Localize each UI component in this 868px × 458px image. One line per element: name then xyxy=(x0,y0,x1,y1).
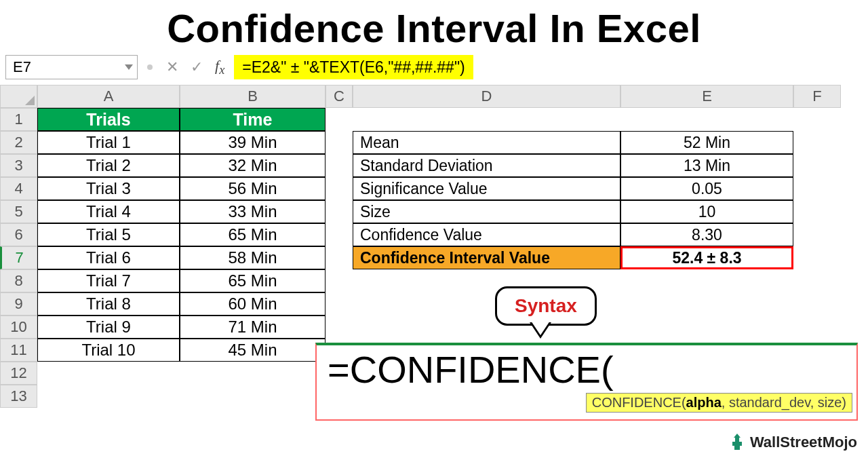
cell-d6[interactable]: Confidence Value xyxy=(353,223,620,246)
name-box[interactable]: E7 xyxy=(5,55,138,79)
row-header-7[interactable]: 7 xyxy=(0,246,37,269)
cell-e6[interactable]: 8.30 xyxy=(620,223,793,246)
cell-a13[interactable] xyxy=(37,385,180,408)
cell-c9[interactable] xyxy=(326,292,353,316)
cell-f6[interactable] xyxy=(793,223,841,246)
cell-e3[interactable]: 13 Min xyxy=(620,154,793,177)
cell-c10[interactable] xyxy=(326,316,353,339)
cell-e4[interactable]: 0.05 xyxy=(620,177,793,200)
row-header-2[interactable]: 2 xyxy=(0,131,37,154)
cell-e2[interactable]: 52 Min xyxy=(620,131,793,154)
cell-a8[interactable]: Trial 7 xyxy=(37,269,180,292)
row-header-6[interactable]: 6 xyxy=(0,223,37,246)
header-time[interactable]: Time xyxy=(180,108,326,131)
cell-b10[interactable]: 71 Min xyxy=(180,316,326,339)
col-header-c[interactable]: C xyxy=(326,85,353,108)
row-header-1[interactable]: 1 xyxy=(0,108,37,131)
cell-d1[interactable] xyxy=(353,108,620,131)
name-box-value: E7 xyxy=(13,58,31,76)
dropdown-icon[interactable] xyxy=(125,64,133,70)
cell-b12[interactable] xyxy=(180,362,326,385)
cell-d5[interactable]: Size xyxy=(353,200,620,223)
cell-e10[interactable] xyxy=(620,316,793,339)
cell-c1[interactable] xyxy=(326,108,353,131)
cell-a9[interactable]: Trial 8 xyxy=(37,292,180,316)
page-title: Confidence Interval In Excel xyxy=(0,0,868,54)
formula-overlay: =CONFIDENCE( CONFIDENCE(alpha, standard_… xyxy=(315,343,858,421)
cell-e1[interactable] xyxy=(620,108,793,131)
cell-c2[interactable] xyxy=(326,131,353,154)
row-header-10[interactable]: 10 xyxy=(0,316,37,339)
col-header-a[interactable]: A xyxy=(37,85,180,108)
row-header-13[interactable]: 13 xyxy=(0,385,37,408)
tooltip-param1: alpha xyxy=(686,395,722,410)
row-header-3[interactable]: 3 xyxy=(0,154,37,177)
formula-bar-icons: ✕ ✓ fx xyxy=(166,57,224,77)
brand-watermark: WallStreetMojo xyxy=(728,432,857,453)
cell-f2[interactable] xyxy=(793,131,841,154)
row-header-8[interactable]: 8 xyxy=(0,269,37,292)
cell-f5[interactable] xyxy=(793,200,841,223)
cell-a12[interactable] xyxy=(37,362,180,385)
cell-b2[interactable]: 39 Min xyxy=(180,131,326,154)
cell-b13[interactable] xyxy=(180,385,326,408)
cell-a2[interactable]: Trial 1 xyxy=(37,131,180,154)
cell-b8[interactable]: 65 Min xyxy=(180,269,326,292)
cell-b6[interactable]: 65 Min xyxy=(180,223,326,246)
col-header-d[interactable]: D xyxy=(353,85,620,108)
cell-b5[interactable]: 33 Min xyxy=(180,200,326,223)
cell-f8[interactable] xyxy=(793,269,841,292)
select-all-corner[interactable] xyxy=(0,85,37,108)
cell-c3[interactable] xyxy=(326,154,353,177)
cell-d7[interactable]: Confidence Interval Value xyxy=(353,246,620,269)
formula-overlay-text: =CONFIDENCE( xyxy=(317,345,856,393)
cell-f1[interactable] xyxy=(793,108,841,131)
row-header-5[interactable]: 5 xyxy=(0,200,37,223)
cell-c5[interactable] xyxy=(326,200,353,223)
brand-text: WallStreetMojo xyxy=(750,434,857,451)
brand-icon xyxy=(728,432,746,453)
cell-c7[interactable] xyxy=(326,246,353,269)
formula-input[interactable]: =E2&" ± "&TEXT(E6,"##,##.##") xyxy=(234,55,473,79)
cell-e9[interactable] xyxy=(620,292,793,316)
col-header-b[interactable]: B xyxy=(180,85,326,108)
cell-a4[interactable]: Trial 3 xyxy=(37,177,180,200)
cell-b3[interactable]: 32 Min xyxy=(180,154,326,177)
fx-icon[interactable]: fx xyxy=(215,57,224,77)
cell-b7[interactable]: 58 Min xyxy=(180,246,326,269)
cell-a11[interactable]: Trial 10 xyxy=(37,339,180,362)
row-header-4[interactable]: 4 xyxy=(0,177,37,200)
cell-a5[interactable]: Trial 4 xyxy=(37,200,180,223)
cell-e5[interactable]: 10 xyxy=(620,200,793,223)
cell-b4[interactable]: 56 Min xyxy=(180,177,326,200)
cell-e8[interactable] xyxy=(620,269,793,292)
syntax-callout: Syntax xyxy=(495,286,597,326)
cell-d3[interactable]: Standard Deviation xyxy=(353,154,620,177)
cell-f4[interactable] xyxy=(793,177,841,200)
col-header-e[interactable]: E xyxy=(620,85,793,108)
cancel-icon[interactable]: ✕ xyxy=(166,58,178,76)
enter-icon[interactable]: ✓ xyxy=(191,58,203,76)
cell-a3[interactable]: Trial 2 xyxy=(37,154,180,177)
cell-a7[interactable]: Trial 6 xyxy=(37,246,180,269)
cell-f9[interactable] xyxy=(793,292,841,316)
cell-e7[interactable]: 52.4 ± 8.3 xyxy=(620,246,793,269)
cell-a6[interactable]: Trial 5 xyxy=(37,223,180,246)
formula-bar: E7 ✕ ✓ fx =E2&" ± "&TEXT(E6,"##,##.##") xyxy=(0,54,868,81)
cell-c8[interactable] xyxy=(326,269,353,292)
cell-b9[interactable]: 60 Min xyxy=(180,292,326,316)
cell-f7[interactable] xyxy=(793,246,841,269)
cell-b11[interactable]: 45 Min xyxy=(180,339,326,362)
cell-a10[interactable]: Trial 9 xyxy=(37,316,180,339)
row-header-9[interactable]: 9 xyxy=(0,292,37,316)
cell-c4[interactable] xyxy=(326,177,353,200)
header-trials[interactable]: Trials xyxy=(37,108,180,131)
row-header-11[interactable]: 11 xyxy=(0,339,37,362)
cell-f10[interactable] xyxy=(793,316,841,339)
cell-f3[interactable] xyxy=(793,154,841,177)
cell-c6[interactable] xyxy=(326,223,353,246)
row-header-12[interactable]: 12 xyxy=(0,362,37,385)
cell-d2[interactable]: Mean xyxy=(353,131,620,154)
cell-d4[interactable]: Significance Value xyxy=(353,177,620,200)
col-header-f[interactable]: F xyxy=(793,85,841,108)
